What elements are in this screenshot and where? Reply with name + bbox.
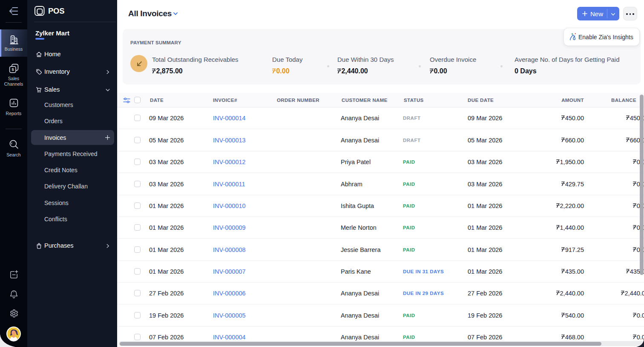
svg-text:$: $: [12, 67, 14, 72]
